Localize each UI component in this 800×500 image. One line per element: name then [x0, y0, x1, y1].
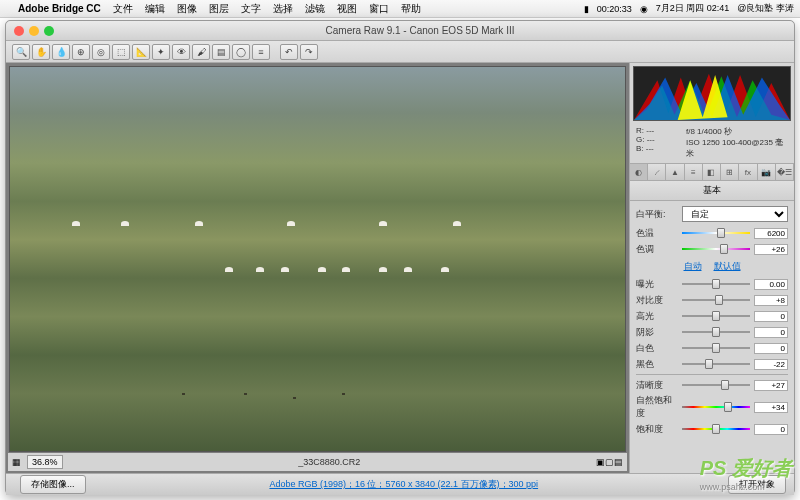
meta-g: G: --- — [636, 135, 686, 144]
redeye-tool-icon[interactable]: 👁 — [172, 44, 190, 60]
target-adjust-icon[interactable]: ◎ — [92, 44, 110, 60]
sliders-container: 白平衡:自定 色温6200 色调+26 自动默认值 曝光0.00 对比度+8 高… — [630, 201, 794, 473]
menu-edit[interactable]: 编辑 — [145, 2, 165, 16]
image-canvas[interactable] — [9, 66, 626, 452]
crop-tool-icon[interactable]: ⬚ — [112, 44, 130, 60]
meta-b: B: --- — [636, 144, 686, 153]
menu-layer[interactable]: 图层 — [209, 2, 229, 16]
slider-tint: 色调+26 — [636, 242, 788, 256]
filename: _33C8880.CR2 — [69, 457, 590, 467]
slider-shadows: 阴影0 — [636, 325, 788, 339]
tab-hsl[interactable]: ≡ — [685, 164, 703, 180]
tab-lens[interactable]: ⊞ — [721, 164, 739, 180]
zoom-level[interactable]: 36.8% — [27, 455, 63, 469]
menu-file[interactable]: 文件 — [113, 2, 133, 16]
radial-filter-icon[interactable]: ◯ — [232, 44, 250, 60]
adjustments-panel: R: ---G: ---B: ---f/8 1/4000 秒ISO 1250 1… — [629, 63, 794, 473]
tab-split[interactable]: ◧ — [703, 164, 721, 180]
filmstrip-icon[interactable]: ▦ — [12, 457, 21, 467]
close-icon[interactable] — [14, 26, 24, 36]
histogram[interactable] — [633, 66, 791, 121]
adjustment-brush-icon[interactable]: 🖌 — [192, 44, 210, 60]
slider-saturation: 饱和度0 — [636, 422, 788, 436]
rotate-ccw-icon[interactable]: ↶ — [280, 44, 298, 60]
preview-area: ▦ 36.8% _33C8880.CR2 ▣▢▤ — [6, 63, 629, 473]
straighten-tool-icon[interactable]: 📐 — [132, 44, 150, 60]
spot-removal-icon[interactable]: ✦ — [152, 44, 170, 60]
open-button[interactable]: 打开对象 — [728, 475, 786, 494]
panel-header: 基本 — [630, 181, 794, 201]
slider-temp: 色温6200 — [636, 226, 788, 240]
slider-blacks: 黑色-22 — [636, 357, 788, 371]
tab-fx[interactable]: fx — [739, 164, 757, 180]
default-link[interactable]: 默认值 — [714, 260, 741, 273]
menu-view[interactable]: 视图 — [337, 2, 357, 16]
app-name[interactable]: Adobe Bridge CC — [18, 3, 101, 14]
auto-link[interactable]: 自动 — [684, 260, 702, 273]
save-button[interactable]: 存储图像... — [20, 475, 86, 494]
wb-tool-icon[interactable]: 💧 — [52, 44, 70, 60]
tab-detail[interactable]: ▲ — [666, 164, 684, 180]
hand-tool-icon[interactable]: ✋ — [32, 44, 50, 60]
tab-curve[interactable]: ⟋ — [648, 164, 666, 180]
macos-menubar: Adobe Bridge CC 文件 编辑 图像 图层 文字 选择 滤镜 视图 … — [0, 0, 800, 18]
menu-filter[interactable]: 滤镜 — [305, 2, 325, 16]
slider-whites: 白色0 — [636, 341, 788, 355]
wb-label: 白平衡: — [636, 208, 678, 221]
slider-exposure: 曝光0.00 — [636, 277, 788, 291]
rotate-cw-icon[interactable]: ↷ — [300, 44, 318, 60]
zoom-icon[interactable] — [44, 26, 54, 36]
status-clock: 7月2日 周四 02:41 — [656, 2, 730, 15]
meta-r: R: --- — [636, 126, 686, 135]
status-user: @良知塾 李涛 — [737, 2, 794, 15]
menu-image[interactable]: 图像 — [177, 2, 197, 16]
slider-vibrance: 自然饱和度+34 — [636, 394, 788, 420]
prefs-icon[interactable]: ≡ — [252, 44, 270, 60]
window-title: Camera Raw 9.1 - Canon EOS 5D Mark III — [54, 25, 786, 36]
color-sampler-icon[interactable]: ⊕ — [72, 44, 90, 60]
menu-text[interactable]: 文字 — [241, 2, 261, 16]
minimize-icon[interactable] — [29, 26, 39, 36]
titlebar: Camera Raw 9.1 - Canon EOS 5D Mark III — [6, 21, 794, 41]
tab-presets[interactable]: �☰ — [776, 164, 794, 180]
battery-icon: ▮ — [584, 4, 589, 14]
graduated-filter-icon[interactable]: ▤ — [212, 44, 230, 60]
menu-select[interactable]: 选择 — [273, 2, 293, 16]
status-timer: 00:20:33 — [597, 4, 632, 14]
slider-highlights: 高光0 — [636, 309, 788, 323]
zoom-tool-icon[interactable]: 🔍 — [12, 44, 30, 60]
slider-clarity: 清晰度+27 — [636, 378, 788, 392]
workflow-link[interactable]: Adobe RGB (1998)；16 位；5760 x 3840 (22.1 … — [86, 478, 722, 491]
wifi-icon: ◉ — [640, 4, 648, 14]
toolbar: 🔍 ✋ 💧 ⊕ ◎ ⬚ 📐 ✦ 👁 🖌 ▤ ◯ ≡ ↶ ↷ — [6, 41, 794, 63]
tab-camera[interactable]: 📷 — [758, 164, 776, 180]
menu-window[interactable]: 窗口 — [369, 2, 389, 16]
camera-raw-window: Camera Raw 9.1 - Canon EOS 5D Mark III 🔍… — [5, 20, 795, 495]
window-controls — [14, 26, 54, 36]
menu-help[interactable]: 帮助 — [401, 2, 421, 16]
slider-contrast: 对比度+8 — [636, 293, 788, 307]
panel-tabs: ◐ ⟋ ▲ ≡ ◧ ⊞ fx 📷 �☰ — [630, 163, 794, 181]
tab-basic[interactable]: ◐ — [630, 164, 648, 180]
wb-select[interactable]: 自定 — [682, 206, 788, 222]
meta-f: f/8 1/4000 秒 — [686, 126, 788, 137]
preview-footer: ▦ 36.8% _33C8880.CR2 ▣▢▤ — [8, 453, 627, 471]
meta-iso: ISO 1250 100-400@235 毫米 — [686, 137, 788, 159]
preview-mode-icon[interactable]: ▣▢▤ — [596, 457, 623, 467]
window-footer: 存储图像... Adobe RGB (1998)；16 位；5760 x 384… — [6, 473, 794, 495]
